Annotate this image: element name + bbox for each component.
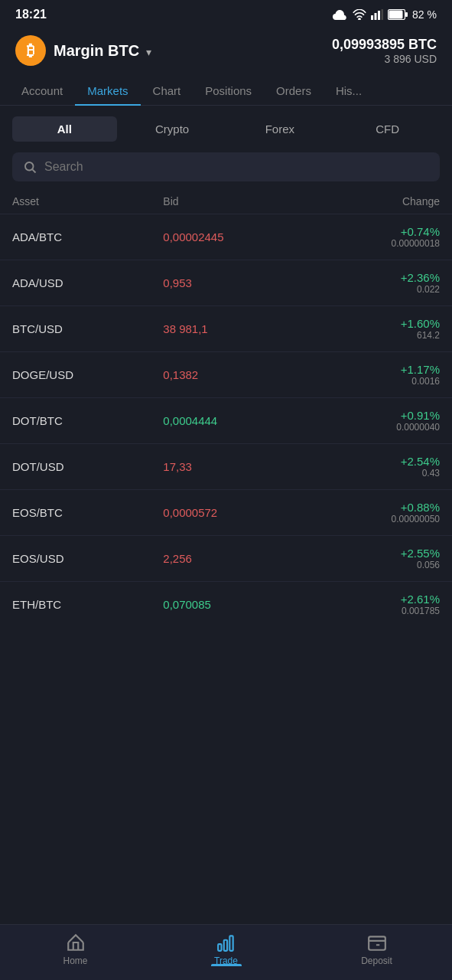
svg-point-8 bbox=[25, 162, 34, 171]
table-row[interactable]: ADA/BTC 0,00002445 +0.74% 0.00000018 bbox=[0, 214, 452, 260]
filter-all[interactable]: All bbox=[12, 116, 117, 142]
table-row[interactable]: ETH/BTC 0,070085 +2.61% 0.001785 bbox=[0, 581, 452, 627]
table-row[interactable]: EOS/BTC 0,0000572 +0.88% 0.00000050 bbox=[0, 489, 452, 535]
change-abs: 0.001785 bbox=[314, 606, 440, 616]
asset-name: DOT/USD bbox=[12, 460, 163, 473]
tab-markets[interactable]: Markets bbox=[75, 77, 140, 105]
change-pct: +2.61% bbox=[314, 593, 440, 606]
wifi-icon bbox=[353, 9, 366, 20]
change-col: +0.74% 0.00000018 bbox=[314, 225, 440, 249]
balance-btc: 0,09993895 BTC bbox=[332, 37, 437, 53]
svg-rect-12 bbox=[229, 936, 233, 951]
svg-rect-6 bbox=[405, 12, 408, 17]
header-balance: 0,09993895 BTC 3 896 USD bbox=[332, 37, 437, 65]
asset-name: EOS/USD bbox=[12, 552, 163, 565]
svg-rect-4 bbox=[382, 9, 384, 20]
home-icon bbox=[66, 933, 86, 952]
change-pct: +1.17% bbox=[314, 363, 440, 376]
asset-name: ETH/BTC bbox=[12, 598, 163, 611]
account-name: Margin BTC bbox=[54, 42, 139, 59]
change-pct: +1.60% bbox=[314, 317, 440, 330]
bottom-nav-trade[interactable]: Trade bbox=[151, 933, 301, 966]
bid-value: 0,070085 bbox=[163, 598, 314, 611]
change-pct: +0.74% bbox=[314, 225, 440, 238]
change-col: +1.60% 614.2 bbox=[314, 317, 440, 341]
balance-usd: 3 896 USD bbox=[332, 53, 437, 65]
change-abs: 0.43 bbox=[314, 468, 440, 479]
tab-history[interactable]: His... bbox=[324, 77, 374, 105]
tab-orders[interactable]: Orders bbox=[264, 77, 324, 105]
change-abs: 0.0016 bbox=[314, 376, 440, 387]
svg-rect-13 bbox=[369, 936, 385, 949]
change-abs: 0.0000040 bbox=[314, 422, 440, 433]
col-header-bid: Bid bbox=[163, 195, 314, 207]
asset-name: DOGE/USD bbox=[12, 368, 163, 381]
bid-value: 38 981,1 bbox=[163, 322, 314, 335]
asset-name: BTC/USD bbox=[12, 322, 163, 335]
table-row[interactable]: DOT/USD 17,33 +2.54% 0.43 bbox=[0, 443, 452, 489]
battery-icon bbox=[388, 9, 408, 20]
change-col: +2.61% 0.001785 bbox=[314, 593, 440, 616]
status-bar: 18:21 82 % bbox=[0, 0, 452, 28]
svg-rect-7 bbox=[389, 11, 403, 19]
change-col: +1.17% 0.0016 bbox=[314, 363, 440, 387]
change-abs: 0.00000050 bbox=[314, 514, 440, 524]
cloud-icon bbox=[333, 9, 348, 20]
change-col: +2.54% 0.43 bbox=[314, 455, 440, 479]
svg-rect-11 bbox=[223, 940, 226, 951]
change-abs: 0.056 bbox=[314, 560, 440, 570]
tab-positions[interactable]: Positions bbox=[193, 77, 264, 105]
change-abs: 0.00000018 bbox=[314, 238, 440, 249]
bid-value: 0,00002445 bbox=[163, 230, 314, 243]
bid-value: 0,0000572 bbox=[163, 506, 314, 519]
table-row[interactable]: EOS/USD 2,256 +2.55% 0.056 bbox=[0, 535, 452, 581]
search-bar bbox=[12, 152, 440, 181]
change-pct: +2.36% bbox=[314, 271, 440, 284]
header-left: ₿ Margin BTC ▾ bbox=[15, 35, 151, 66]
svg-point-0 bbox=[359, 18, 360, 20]
table-row[interactable]: DOT/BTC 0,0004444 +0.91% 0.0000040 bbox=[0, 397, 452, 443]
table-row[interactable]: ADA/USD 0,953 +2.36% 0.022 bbox=[0, 260, 452, 305]
filter-cfd[interactable]: CFD bbox=[335, 116, 440, 142]
btc-avatar: ₿ bbox=[15, 35, 46, 66]
nav-tabs: Account Markets Chart Positions Orders H… bbox=[0, 77, 452, 106]
home-label: Home bbox=[63, 956, 87, 966]
svg-rect-10 bbox=[218, 944, 221, 951]
change-col: +0.91% 0.0000040 bbox=[314, 409, 440, 433]
deposit-icon bbox=[367, 933, 387, 952]
bid-value: 2,256 bbox=[163, 552, 314, 565]
asset-name: ADA/USD bbox=[12, 276, 163, 289]
svg-line-9 bbox=[32, 169, 35, 172]
tab-account[interactable]: Account bbox=[9, 77, 75, 105]
account-info: Margin BTC ▾ bbox=[54, 42, 151, 60]
status-icons: 82 % bbox=[333, 8, 437, 21]
change-abs: 614.2 bbox=[314, 330, 440, 341]
dropdown-arrow-icon[interactable]: ▾ bbox=[146, 46, 151, 58]
bottom-nav-deposit[interactable]: Deposit bbox=[301, 933, 452, 966]
asset-name: EOS/BTC bbox=[12, 506, 163, 519]
market-list: ADA/BTC 0,00002445 +0.74% 0.00000018 ADA… bbox=[0, 214, 452, 627]
table-header: Asset Bid Change bbox=[0, 189, 452, 214]
filter-crypto[interactable]: Crypto bbox=[120, 116, 225, 142]
filter-forex[interactable]: Forex bbox=[228, 116, 333, 142]
bottom-nav: Home Trade Deposit bbox=[0, 924, 452, 980]
svg-rect-1 bbox=[371, 15, 373, 20]
search-input[interactable] bbox=[44, 160, 429, 174]
svg-rect-2 bbox=[375, 13, 377, 20]
change-pct: +2.54% bbox=[314, 455, 440, 468]
table-row[interactable]: BTC/USD 38 981,1 +1.60% 614.2 bbox=[0, 305, 452, 351]
header: ₿ Margin BTC ▾ 0,09993895 BTC 3 896 USD bbox=[0, 28, 452, 77]
bid-value: 0,1382 bbox=[163, 368, 314, 381]
change-pct: +0.91% bbox=[314, 409, 440, 422]
bottom-nav-home[interactable]: Home bbox=[0, 933, 151, 966]
asset-name: ADA/BTC bbox=[12, 230, 163, 243]
filter-bar: All Crypto Forex CFD bbox=[0, 106, 452, 152]
table-row[interactable]: DOGE/USD 0,1382 +1.17% 0.0016 bbox=[0, 351, 452, 397]
signal-icon bbox=[371, 9, 383, 20]
deposit-label: Deposit bbox=[361, 956, 392, 966]
tab-chart[interactable]: Chart bbox=[141, 77, 193, 105]
col-header-asset: Asset bbox=[12, 195, 163, 207]
trade-icon bbox=[216, 933, 236, 952]
bid-value: 0,0004444 bbox=[163, 414, 314, 427]
bid-value: 17,33 bbox=[163, 460, 314, 473]
